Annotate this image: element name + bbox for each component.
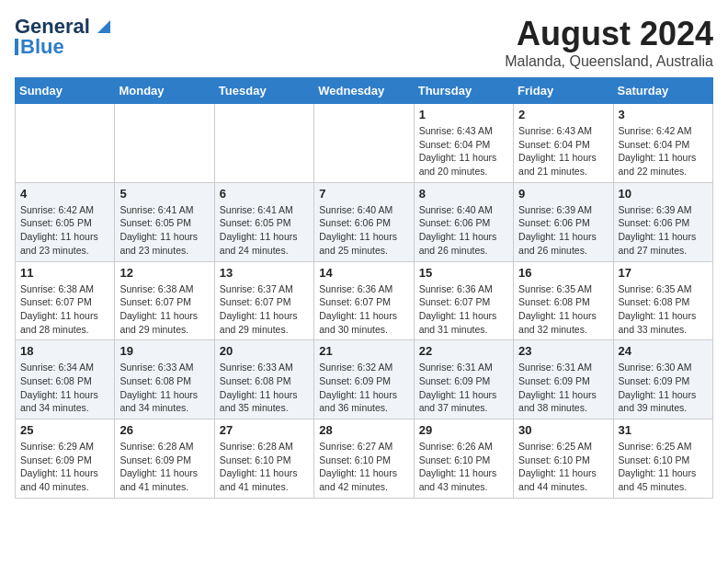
page-title: August 2024 — [505, 15, 713, 53]
calendar-cell — [214, 104, 313, 183]
header-thursday: Thursday — [414, 78, 513, 104]
header-wednesday: Wednesday — [314, 78, 414, 104]
day-number: 26 — [119, 423, 209, 437]
calendar-cell: 21Sunrise: 6:32 AM Sunset: 6:09 PM Dayli… — [314, 340, 414, 419]
day-info: Sunrise: 6:33 AM Sunset: 6:08 PM Dayligh… — [119, 361, 209, 415]
day-number: 31 — [619, 423, 708, 437]
day-info: Sunrise: 6:36 AM Sunset: 6:07 PM Dayligh… — [419, 282, 508, 337]
calendar-cell: 12Sunrise: 6:38 AM Sunset: 6:07 PM Dayli… — [115, 261, 214, 340]
day-number: 13 — [220, 266, 309, 280]
calendar-cell: 1Sunrise: 6:43 AM Sunset: 6:04 PM Daylig… — [414, 104, 513, 183]
day-info: Sunrise: 6:30 AM Sunset: 6:09 PM Dayligh… — [619, 361, 708, 415]
day-info: Sunrise: 6:43 AM Sunset: 6:04 PM Dayligh… — [518, 124, 608, 178]
day-number: 1 — [419, 108, 508, 121]
calendar-cell: 8Sunrise: 6:40 AM Sunset: 6:06 PM Daylig… — [414, 182, 513, 261]
day-number: 28 — [319, 423, 408, 437]
day-info: Sunrise: 6:35 AM Sunset: 6:08 PM Dayligh… — [619, 282, 708, 337]
day-info: Sunrise: 6:41 AM Sunset: 6:05 PM Dayligh… — [220, 203, 309, 258]
day-number: 10 — [619, 187, 708, 201]
day-number: 18 — [20, 344, 109, 358]
day-number: 15 — [419, 266, 508, 280]
calendar-cell — [314, 104, 414, 183]
calendar-cell: 15Sunrise: 6:36 AM Sunset: 6:07 PM Dayli… — [414, 261, 513, 340]
day-number: 21 — [319, 344, 408, 358]
header-friday: Friday — [514, 78, 613, 104]
calendar-header-row: SundayMondayTuesdayWednesdayThursdayFrid… — [16, 78, 713, 104]
day-number: 12 — [119, 266, 209, 280]
day-info: Sunrise: 6:33 AM Sunset: 6:08 PM Dayligh… — [220, 361, 309, 415]
calendar-cell: 4Sunrise: 6:42 AM Sunset: 6:05 PM Daylig… — [16, 182, 115, 261]
header-monday: Monday — [115, 78, 214, 104]
calendar-cell: 31Sunrise: 6:25 AM Sunset: 6:10 PM Dayli… — [613, 419, 712, 499]
header-saturday: Saturday — [613, 78, 712, 104]
day-info: Sunrise: 6:40 AM Sunset: 6:06 PM Dayligh… — [319, 203, 408, 258]
day-number: 5 — [119, 187, 209, 201]
day-info: Sunrise: 6:27 AM Sunset: 6:10 PM Dayligh… — [319, 440, 408, 494]
day-info: Sunrise: 6:43 AM Sunset: 6:04 PM Dayligh… — [419, 124, 508, 178]
day-number: 22 — [419, 344, 508, 358]
page-subtitle: Malanda, Queensland, Australia — [505, 53, 713, 70]
day-number: 2 — [518, 108, 608, 121]
calendar-cell: 10Sunrise: 6:39 AM Sunset: 6:06 PM Dayli… — [613, 182, 712, 261]
calendar-cell: 30Sunrise: 6:25 AM Sunset: 6:10 PM Dayli… — [514, 419, 613, 499]
calendar-week-row: 4Sunrise: 6:42 AM Sunset: 6:05 PM Daylig… — [16, 182, 713, 261]
day-number: 16 — [518, 266, 608, 280]
logo-blue-text: Blue — [20, 35, 64, 59]
calendar-cell: 22Sunrise: 6:31 AM Sunset: 6:09 PM Dayli… — [414, 340, 513, 419]
title-area: August 2024 Malanda, Queensland, Austral… — [505, 15, 713, 70]
day-number: 30 — [518, 423, 608, 437]
day-info: Sunrise: 6:25 AM Sunset: 6:10 PM Dayligh… — [518, 440, 608, 494]
day-number: 7 — [319, 187, 408, 201]
day-number: 25 — [20, 423, 109, 437]
day-info: Sunrise: 6:37 AM Sunset: 6:07 PM Dayligh… — [220, 282, 309, 337]
day-info: Sunrise: 6:38 AM Sunset: 6:07 PM Dayligh… — [20, 282, 109, 337]
calendar-cell: 19Sunrise: 6:33 AM Sunset: 6:08 PM Dayli… — [115, 340, 214, 419]
svg-marker-0 — [97, 20, 110, 33]
day-number: 14 — [319, 266, 408, 280]
calendar-cell: 17Sunrise: 6:35 AM Sunset: 6:08 PM Dayli… — [613, 261, 712, 340]
logo-icon — [94, 17, 114, 37]
calendar-cell: 23Sunrise: 6:31 AM Sunset: 6:09 PM Dayli… — [514, 340, 613, 419]
calendar-week-row: 1Sunrise: 6:43 AM Sunset: 6:04 PM Daylig… — [16, 104, 713, 183]
calendar-cell: 16Sunrise: 6:35 AM Sunset: 6:08 PM Dayli… — [514, 261, 613, 340]
calendar-week-row: 18Sunrise: 6:34 AM Sunset: 6:08 PM Dayli… — [16, 340, 713, 419]
calendar-cell: 25Sunrise: 6:29 AM Sunset: 6:09 PM Dayli… — [16, 419, 115, 499]
day-info: Sunrise: 6:26 AM Sunset: 6:10 PM Dayligh… — [419, 440, 508, 494]
logo: General Blue — [15, 15, 114, 59]
calendar-cell: 6Sunrise: 6:41 AM Sunset: 6:05 PM Daylig… — [214, 182, 313, 261]
day-number: 9 — [518, 187, 608, 201]
calendar-cell: 9Sunrise: 6:39 AM Sunset: 6:06 PM Daylig… — [514, 182, 613, 261]
calendar-cell: 24Sunrise: 6:30 AM Sunset: 6:09 PM Dayli… — [613, 340, 712, 419]
calendar-cell: 29Sunrise: 6:26 AM Sunset: 6:10 PM Dayli… — [414, 419, 513, 499]
calendar-cell: 28Sunrise: 6:27 AM Sunset: 6:10 PM Dayli… — [314, 419, 414, 499]
calendar-week-row: 11Sunrise: 6:38 AM Sunset: 6:07 PM Dayli… — [16, 261, 713, 340]
calendar-cell: 2Sunrise: 6:43 AM Sunset: 6:04 PM Daylig… — [514, 104, 613, 183]
day-number: 4 — [20, 187, 109, 201]
calendar-cell: 14Sunrise: 6:36 AM Sunset: 6:07 PM Dayli… — [314, 261, 414, 340]
day-info: Sunrise: 6:34 AM Sunset: 6:08 PM Dayligh… — [20, 361, 109, 415]
day-info: Sunrise: 6:42 AM Sunset: 6:04 PM Dayligh… — [619, 124, 708, 178]
day-info: Sunrise: 6:28 AM Sunset: 6:10 PM Dayligh… — [220, 440, 309, 494]
calendar-cell — [16, 104, 115, 183]
day-number: 3 — [619, 108, 708, 121]
day-info: Sunrise: 6:35 AM Sunset: 6:08 PM Dayligh… — [518, 282, 608, 337]
calendar-cell: 3Sunrise: 6:42 AM Sunset: 6:04 PM Daylig… — [613, 104, 712, 183]
day-info: Sunrise: 6:36 AM Sunset: 6:07 PM Dayligh… — [319, 282, 408, 337]
day-info: Sunrise: 6:31 AM Sunset: 6:09 PM Dayligh… — [419, 361, 508, 415]
calendar-cell — [115, 104, 214, 183]
day-info: Sunrise: 6:41 AM Sunset: 6:05 PM Dayligh… — [119, 203, 209, 258]
calendar-table: SundayMondayTuesdayWednesdayThursdayFrid… — [15, 77, 713, 499]
day-number: 23 — [518, 344, 608, 358]
day-info: Sunrise: 6:32 AM Sunset: 6:09 PM Dayligh… — [319, 361, 408, 415]
day-number: 8 — [419, 187, 508, 201]
day-number: 19 — [119, 344, 209, 358]
calendar-cell: 13Sunrise: 6:37 AM Sunset: 6:07 PM Dayli… — [214, 261, 313, 340]
day-number: 11 — [20, 266, 109, 280]
calendar-cell: 27Sunrise: 6:28 AM Sunset: 6:10 PM Dayli… — [214, 419, 313, 499]
header-sunday: Sunday — [16, 78, 115, 104]
day-number: 24 — [619, 344, 708, 358]
day-info: Sunrise: 6:39 AM Sunset: 6:06 PM Dayligh… — [619, 203, 708, 258]
day-info: Sunrise: 6:25 AM Sunset: 6:10 PM Dayligh… — [619, 440, 708, 494]
day-info: Sunrise: 6:42 AM Sunset: 6:05 PM Dayligh… — [20, 203, 109, 258]
page-header: General Blue August 2024 Malanda, Queens… — [15, 15, 713, 70]
